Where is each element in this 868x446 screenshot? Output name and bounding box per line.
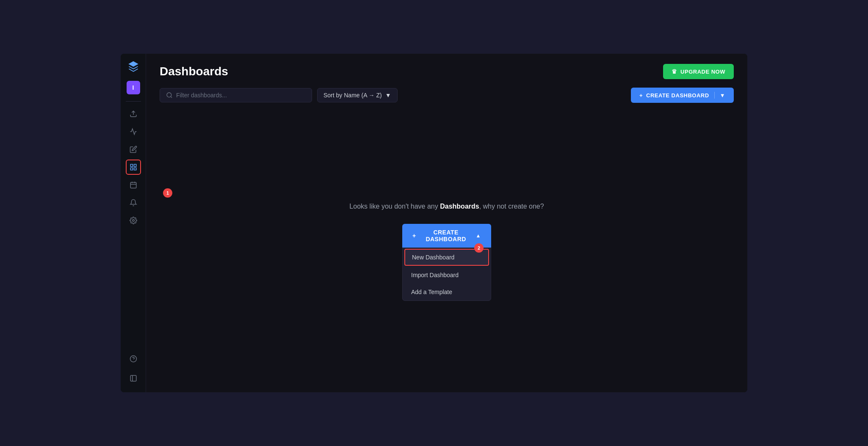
create-dashboard-header-button[interactable]: + CREATE DASHBOARD ▼: [631, 88, 734, 103]
sidebar-item-bell[interactable]: [126, 195, 141, 210]
dropdown-item-import-dashboard[interactable]: Import Dashboard: [403, 267, 491, 284]
svg-rect-3: [130, 168, 133, 170]
sidebar-item-analytics[interactable]: [126, 124, 141, 139]
svg-rect-2: [134, 164, 136, 166]
sidebar-item-help[interactable]: [126, 351, 141, 366]
main-content: Dashboards ♛ UPGRADE NOW Sort by Name (A…: [146, 54, 747, 392]
search-box[interactable]: [160, 88, 312, 102]
search-icon: [166, 92, 173, 99]
empty-message: Looks like you don't have any Dashboards…: [349, 203, 544, 210]
svg-rect-5: [130, 182, 136, 188]
badge-2: 2: [474, 243, 484, 253]
svg-point-14: [167, 93, 171, 97]
sidebar-item-edit[interactable]: [126, 142, 141, 157]
sidebar-item-dashboard[interactable]: [126, 160, 141, 175]
crown-icon: ♛: [672, 68, 677, 75]
sidebar: I: [121, 54, 146, 392]
chevron-down-icon-header: ▼: [720, 92, 725, 99]
sidebar-item-settings[interactable]: [126, 213, 141, 228]
center-area: Looks like you don't have any Dashboards…: [146, 111, 747, 392]
svg-rect-1: [130, 164, 133, 166]
svg-rect-4: [134, 168, 136, 170]
chevron-up-icon: ▲: [476, 233, 481, 239]
chevron-down-icon: ▼: [385, 92, 391, 99]
toolbar: Sort by Name (A → Z) ▼ + CREATE DASHBOAR…: [146, 88, 747, 111]
sidebar-divider-1: [126, 101, 141, 102]
search-input[interactable]: [176, 92, 306, 99]
svg-rect-12: [130, 375, 136, 381]
app-logo[interactable]: [126, 59, 141, 74]
user-avatar[interactable]: I: [127, 81, 140, 94]
upgrade-now-button[interactable]: ♛ UPGRADE NOW: [663, 64, 734, 79]
svg-point-9: [132, 220, 134, 222]
dropdown-item-add-template[interactable]: Add a Template: [403, 284, 491, 300]
btn-divider: [714, 92, 715, 99]
sidebar-item-calendar[interactable]: [126, 177, 141, 193]
badge-1: 1: [163, 188, 172, 198]
create-dropdown-menu: New Dashboard Import Dashboard Add a Tem…: [402, 248, 491, 301]
sidebar-item-collapse[interactable]: [126, 371, 141, 386]
sort-dropdown[interactable]: Sort by Name (A → Z) ▼: [317, 88, 398, 102]
svg-line-15: [171, 96, 172, 98]
page-header: Dashboards ♛ UPGRADE NOW: [146, 54, 747, 88]
sidebar-bottom: [126, 350, 141, 387]
sidebar-item-upload[interactable]: [126, 106, 141, 121]
page-title: Dashboards: [160, 65, 228, 78]
create-dropdown-container: + CREATE DASHBOARD ▲ New Dashboard Impor…: [402, 224, 491, 301]
